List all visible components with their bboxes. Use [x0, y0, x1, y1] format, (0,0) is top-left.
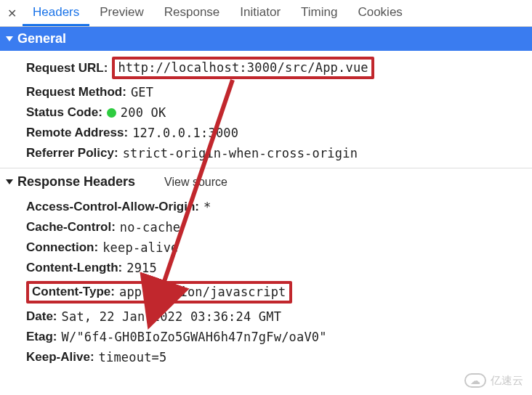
- tab-timing[interactable]: Timing: [291, 0, 347, 26]
- tab-initiator[interactable]: Initiator: [230, 0, 291, 26]
- keep-alive-key: Keep-Alive: [26, 350, 90, 365]
- watermark: ☁ 亿速云: [464, 373, 523, 388]
- referrer-policy-key: Referrer Policy: [26, 146, 114, 160]
- remote-address-value: 127.0.0.1:3000: [132, 126, 238, 140]
- tab-headers[interactable]: Headers: [23, 0, 89, 26]
- cache-control-value: no-cache: [120, 220, 180, 235]
- tab-response[interactable]: Response: [154, 0, 230, 26]
- section-general-header[interactable]: General: [0, 27, 532, 51]
- tab-bar: ✕ Headers Preview Response Initiator Tim…: [0, 0, 532, 27]
- content-length-value: 2915: [126, 261, 157, 275]
- section-response-headers-header[interactable]: Response Headers View source: [0, 168, 532, 194]
- row-referrer-policy: Referrer Policy: strict-origin-when-cros…: [0, 143, 532, 163]
- content-type-value: application/javascript: [119, 285, 286, 299]
- row-acao: Access-Control-Allow-Origin: *: [0, 197, 532, 217]
- cache-control-key: Cache-Control: [26, 220, 111, 235]
- acao-key: Access-Control-Allow-Origin: [26, 200, 195, 214]
- content-type-key: Content-Type: [32, 285, 110, 299]
- row-request-method: Request Method: GET: [0, 82, 532, 102]
- response-headers-rows: Access-Control-Allow-Origin: * Cache-Con…: [0, 194, 532, 372]
- row-content-length: Content-Length: 2915: [0, 258, 532, 278]
- row-keep-alive: Keep-Alive: timeout=5: [0, 347, 532, 367]
- row-content-type: Content-Type: application/javascript: [0, 278, 532, 306]
- request-url-value: http://localhost:3000/src/App.vue: [118, 60, 368, 75]
- section-general-title: General: [17, 31, 66, 46]
- keep-alive-value: timeout=5: [99, 350, 167, 365]
- row-request-url: Request URL: http://localhost:3000/src/A…: [0, 54, 532, 82]
- referrer-policy-value: strict-origin-when-cross-origin: [123, 146, 358, 160]
- acao-value: *: [203, 200, 211, 214]
- cloud-icon: ☁: [464, 373, 486, 388]
- highlight-content-type: Content-Type: application/javascript: [26, 281, 292, 304]
- close-icon[interactable]: ✕: [4, 7, 23, 20]
- request-method-value: GET: [131, 85, 153, 99]
- row-date: Date: Sat, 22 Jan 2022 03:36:24 GMT: [0, 306, 532, 327]
- row-etag: Etag: W/"6f4-GH0BIoZo5GWAH6h47n7gFw/oaV0…: [0, 327, 532, 347]
- connection-value: keep-alive: [102, 240, 178, 255]
- section-response-headers-title: Response Headers: [17, 174, 135, 190]
- date-key: Date: [26, 309, 53, 324]
- connection-key: Connection: [26, 240, 94, 255]
- view-source-link[interactable]: View source: [164, 176, 227, 189]
- highlight-request-url: http://localhost:3000/src/App.vue: [112, 57, 374, 79]
- remote-address-key: Remote Address: [26, 126, 124, 140]
- caret-down-icon: [6, 179, 13, 184]
- tab-preview[interactable]: Preview: [89, 0, 153, 26]
- row-cache-control: Cache-Control: no-cache: [0, 217, 532, 237]
- etag-key: Etag: [26, 330, 53, 344]
- status-code-key: Status Code: [26, 105, 98, 120]
- date-value: Sat, 22 Jan 2022 03:36:24 GMT: [62, 309, 282, 324]
- caret-down-icon: [6, 36, 13, 41]
- request-method-key: Request Method: [26, 85, 122, 99]
- general-rows: Request URL: http://localhost:3000/src/A…: [0, 51, 532, 168]
- etag-value: W/"6f4-GH0BIoZo5GWAH6h47n7gFw/oaV0": [62, 330, 327, 344]
- request-url-key: Request URL: [26, 61, 104, 76]
- watermark-text: 亿速云: [491, 374, 523, 388]
- status-code-value: 200 OK: [121, 105, 166, 120]
- status-dot-icon: [107, 108, 116, 118]
- row-remote-address: Remote Address: 127.0.0.1:3000: [0, 123, 532, 143]
- row-connection: Connection: keep-alive: [0, 237, 532, 258]
- row-status-code: Status Code: 200 OK: [0, 102, 532, 123]
- tab-cookies[interactable]: Cookies: [347, 0, 412, 26]
- content-length-key: Content-Length: [26, 261, 118, 275]
